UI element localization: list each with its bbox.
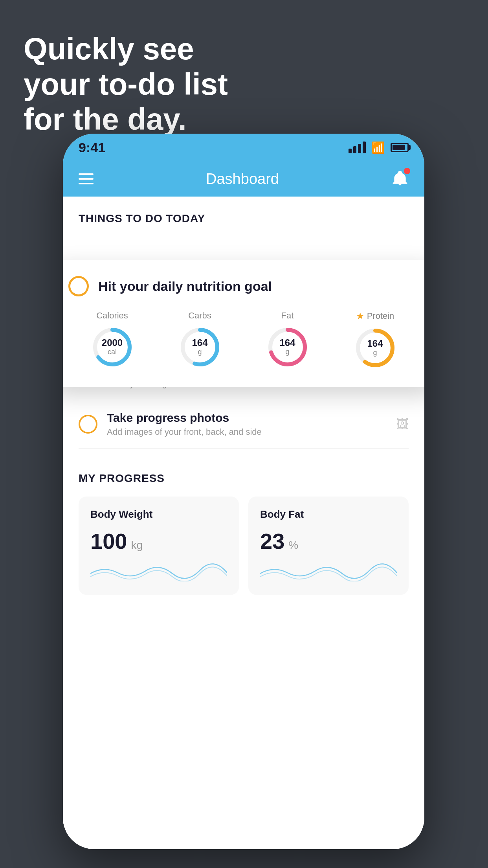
status-icons: 📶 — [349, 141, 409, 154]
headline-line3: for the day. — [24, 102, 228, 137]
nutrition-label-3: ★Protein — [356, 311, 394, 322]
app-header: Dashboard — [63, 161, 424, 197]
progress-header: MY PROGRESS — [79, 472, 409, 485]
donut-value-1: 164 — [192, 338, 207, 348]
notification-dot — [404, 168, 410, 174]
nutrition-check-circle[interactable] — [68, 276, 89, 296]
nutrition-label-2: Fat — [281, 311, 294, 321]
progress-card-1[interactable]: Body Fat 23 % — [248, 497, 409, 595]
nutrition-item-2: Fat 164 g — [266, 311, 309, 370]
menu-button[interactable] — [79, 173, 94, 184]
phone-content: THINGS TO DO TODAY Hit your daily nutrit… — [63, 197, 424, 849]
headline: Quickly see your to-do list for the day. — [24, 31, 228, 137]
nutrition-item-0: Calories 2000 cal — [91, 311, 134, 370]
notification-button[interactable] — [391, 169, 409, 188]
progress-card-0[interactable]: Body Weight 100 kg — [79, 497, 239, 595]
status-time: 9:41 — [79, 140, 105, 155]
todo-circle-2 — [79, 415, 97, 434]
battery-icon — [391, 143, 409, 152]
progress-value-row-0: 100 kg — [90, 528, 227, 554]
progress-wave-0 — [90, 562, 227, 583]
donut-0: 2000 cal — [91, 326, 134, 369]
nutrition-card: Hit your daily nutrition goal Calories 2… — [63, 260, 424, 387]
nutrition-card-title: Hit your daily nutrition goal — [98, 279, 272, 294]
wifi-icon: 📶 — [371, 141, 385, 154]
progress-section: MY PROGRESS Body Weight 100 kg Body Fat … — [63, 456, 424, 595]
donut-value-0: 2000 — [102, 338, 123, 348]
progress-value-0: 100 — [90, 528, 127, 554]
todo-sub-2: Add images of your front, back, and side — [107, 427, 387, 437]
progress-unit-0: kg — [131, 539, 143, 552]
things-to-do-header: THINGS TO DO TODAY — [63, 197, 424, 233]
todo-action-icon-2: 🖼 — [396, 417, 409, 432]
todo-item-2[interactable]: Take progress photos Add images of your … — [79, 400, 409, 449]
donut-center-1: 164 g — [192, 338, 207, 356]
headline-line1: Quickly see — [24, 31, 228, 67]
donut-center-2: 164 g — [279, 338, 295, 356]
progress-wave-1 — [260, 562, 397, 583]
header-title: Dashboard — [206, 171, 279, 188]
headline-line2: your to-do list — [24, 67, 228, 102]
nutrition-label-1: Carbs — [188, 311, 211, 321]
phone-mockup: 9:41 📶 Dashboard TH — [63, 134, 424, 849]
nutrition-item-3: ★Protein 164 g — [354, 311, 397, 370]
nutrition-circles: Calories 2000 cal Carbs — [68, 311, 419, 370]
signal-icon — [349, 142, 366, 153]
donut-value-2: 164 — [279, 338, 295, 348]
nutrition-card-header: Hit your daily nutrition goal — [68, 276, 419, 296]
progress-card-title-1: Body Fat — [260, 508, 397, 520]
donut-unit-2: g — [279, 348, 295, 357]
donut-center-0: 2000 cal — [102, 338, 123, 356]
donut-2: 164 g — [266, 326, 309, 369]
donut-value-3: 164 — [367, 338, 383, 349]
progress-unit-1: % — [288, 539, 298, 552]
progress-value-1: 23 — [260, 528, 284, 554]
status-bar: 9:41 📶 — [63, 134, 424, 161]
progress-card-title-0: Body Weight — [90, 508, 227, 520]
donut-unit-1: g — [192, 348, 207, 357]
todo-text-2: Take progress photos Add images of your … — [107, 411, 387, 437]
donut-unit-3: g — [367, 349, 383, 357]
nutrition-item-1: Carbs 164 g — [178, 311, 222, 370]
donut-3: 164 g — [354, 326, 397, 370]
todo-name-2: Take progress photos — [107, 411, 387, 425]
donut-center-3: 164 g — [367, 338, 383, 357]
donut-unit-0: cal — [102, 348, 123, 357]
progress-value-row-1: 23 % — [260, 528, 397, 554]
donut-1: 164 g — [178, 326, 222, 369]
progress-cards: Body Weight 100 kg Body Fat 23 % — [79, 497, 409, 595]
nutrition-label-0: Calories — [96, 311, 128, 321]
